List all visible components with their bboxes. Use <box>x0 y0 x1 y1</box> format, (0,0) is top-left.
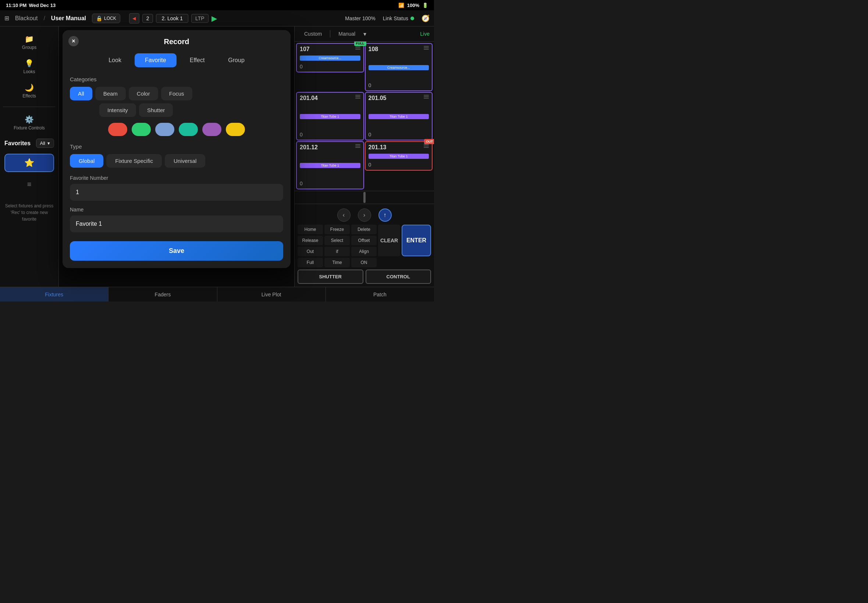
list-button[interactable]: ≡ <box>5 176 54 192</box>
nav-forward-button[interactable]: › <box>358 209 371 222</box>
scroll-indicator <box>295 191 434 204</box>
fixture-card-20112[interactable]: 201.12 Titan Tube 1 0 <box>296 141 364 189</box>
bottom-tab-fixtures[interactable]: Fixtures <box>0 287 108 302</box>
sidebar-item-groups[interactable]: 📁 Groups <box>3 31 56 54</box>
type-btn-global[interactable]: Global <box>70 154 103 168</box>
delete-button[interactable]: Delete <box>351 225 377 234</box>
time-button[interactable]: Time <box>324 258 350 267</box>
fixture-20113-header: 201.13 <box>368 144 429 151</box>
favorites-all-label: All <box>40 141 45 146</box>
fixture-card-108[interactable]: 108 Creamsource... 0 <box>365 43 433 91</box>
clear-button[interactable]: CLEAR <box>378 225 400 256</box>
wifi-icon: 📶 <box>398 3 404 8</box>
sidebar-item-looks[interactable]: 💡 Looks <box>3 55 56 78</box>
chevron-down-icon[interactable]: ▾ <box>364 31 366 37</box>
tab-custom[interactable]: Custom <box>299 29 327 38</box>
name-input[interactable] <box>70 215 283 232</box>
fixture-20112-value: 0 <box>300 181 361 186</box>
record-tab-favorite[interactable]: Favorite <box>135 53 176 67</box>
name-section: Name <box>70 207 283 232</box>
category-btn-intensity[interactable]: Intensity <box>99 103 136 117</box>
play-button[interactable]: ▶ <box>212 14 217 23</box>
header-right: Master 100% Link Status 🧭 <box>345 14 430 22</box>
out-button[interactable]: Out <box>297 247 323 256</box>
looks-label: Looks <box>23 69 35 74</box>
offset-button[interactable]: Offset <box>351 236 377 245</box>
modal-close-button[interactable]: × <box>68 36 79 46</box>
category-btn-all[interactable]: All <box>70 87 92 100</box>
sidebar-item-effects[interactable]: 🌙 Effects <box>3 79 56 102</box>
modal-overlay: × Record Look Favorite Effect Group Cate… <box>59 26 294 287</box>
shutter-button[interactable]: SHUTTER <box>297 269 364 284</box>
fixture-20105-name: Titan Tube 1 <box>368 114 429 119</box>
date-display: Wed Dec 13 <box>29 3 56 8</box>
effects-icon: 🌙 <box>25 83 34 92</box>
fixture-card-20104[interactable]: 201.04 Titan Tube 1 0 <box>296 92 364 140</box>
nav-up-button[interactable]: ↑ <box>379 209 392 222</box>
if-button[interactable]: if <box>324 247 350 256</box>
record-type-tabs: Look Favorite Effect Group <box>70 53 283 67</box>
record-tab-effect[interactable]: Effect <box>179 53 215 67</box>
home-button[interactable]: Home <box>297 225 323 234</box>
color-swatch-cyan[interactable] <box>179 123 198 136</box>
type-btn-universal[interactable]: Universal <box>165 154 206 168</box>
color-swatch-yellow[interactable] <box>226 123 245 136</box>
fixture-107-lines <box>355 46 361 49</box>
sidebar-item-fixture-controls[interactable]: ⚙️ Fixture Controls <box>0 111 59 134</box>
battery-display: 100% <box>407 3 419 8</box>
fixture-card-20105[interactable]: 201.05 Titan Tube 1 0 <box>365 92 433 140</box>
fixture-108-name: Creamsource... <box>368 65 429 70</box>
type-btn-fixture-specific[interactable]: Fixture Specific <box>106 154 162 168</box>
fixture-20105-id: 201.05 <box>368 95 387 102</box>
tab-live[interactable]: Live <box>420 31 430 37</box>
navigation-section: ◀ 2 2. Look 1 LTP ▶ <box>129 13 217 23</box>
bottom-tab-faders[interactable]: Faders <box>108 287 217 302</box>
full-button[interactable]: Full <box>297 258 323 267</box>
record-tab-look[interactable]: Look <box>98 53 132 67</box>
title-separator: / <box>43 15 45 22</box>
enter-button[interactable]: ENTER <box>402 225 431 256</box>
fixture-20105-lines <box>424 95 429 99</box>
color-swatch-purple[interactable] <box>202 123 221 136</box>
freeze-button[interactable]: Freeze <box>324 225 350 234</box>
tab-manual[interactable]: Manual <box>333 29 361 38</box>
bottom-tab-live-plot[interactable]: Live Plot <box>217 287 326 302</box>
category-buttons-row1: All Beam Color Focus <box>70 87 283 100</box>
right-panel-tabs: Custom Manual ▾ Live <box>295 26 434 42</box>
fixture-20113-id: 201.13 <box>368 144 387 151</box>
color-swatch-green[interactable] <box>132 123 151 136</box>
align-button[interactable]: Align <box>351 247 377 256</box>
fixture-20104-lines <box>355 95 361 99</box>
fixture-20105-header: 201.05 <box>368 95 429 102</box>
category-btn-shutter[interactable]: Shutter <box>139 103 173 117</box>
name-label: Name <box>70 207 283 212</box>
lock-button[interactable]: 🔒 LOCK <box>92 14 120 23</box>
fixture-20113-value: 0 <box>368 162 429 168</box>
prev-button[interactable]: ◀ <box>129 13 139 23</box>
category-btn-color[interactable]: Color <box>129 87 158 100</box>
fixture-20104-id: 201.04 <box>300 95 318 102</box>
color-swatch-blue[interactable] <box>155 123 174 136</box>
on-button[interactable]: ON <box>351 258 377 267</box>
save-button[interactable]: Save <box>70 241 283 261</box>
favorite-number-input[interactable] <box>70 184 283 201</box>
effects-label: Effects <box>22 93 36 99</box>
star-button[interactable]: ⭐ <box>5 154 54 172</box>
fixture-card-20113[interactable]: 201.13 Titan Tube 1 0 <box>365 141 433 171</box>
fixture-107-id: 107 <box>300 46 310 53</box>
color-swatch-red[interactable] <box>108 123 127 136</box>
category-btn-focus[interactable]: Focus <box>161 87 192 100</box>
categories-label: Categories <box>70 76 283 82</box>
favorites-dropdown[interactable]: All ▾ <box>36 139 54 148</box>
fixture-card-107[interactable]: 107 Creamsource... 0 <box>296 43 364 73</box>
lock-icon: 🔒 <box>96 15 102 21</box>
nav-back-button[interactable]: ‹ <box>337 209 351 222</box>
bottom-tab-patch[interactable]: Patch <box>326 287 434 302</box>
select-button[interactable]: Select <box>324 236 350 245</box>
category-btn-beam[interactable]: Beam <box>95 87 126 100</box>
control-button[interactable]: CONTROL <box>365 269 432 284</box>
release-button[interactable]: Release <box>297 236 323 245</box>
record-tab-group[interactable]: Group <box>218 53 255 67</box>
link-dot <box>410 17 414 20</box>
manual-title[interactable]: User Manual <box>51 15 86 22</box>
